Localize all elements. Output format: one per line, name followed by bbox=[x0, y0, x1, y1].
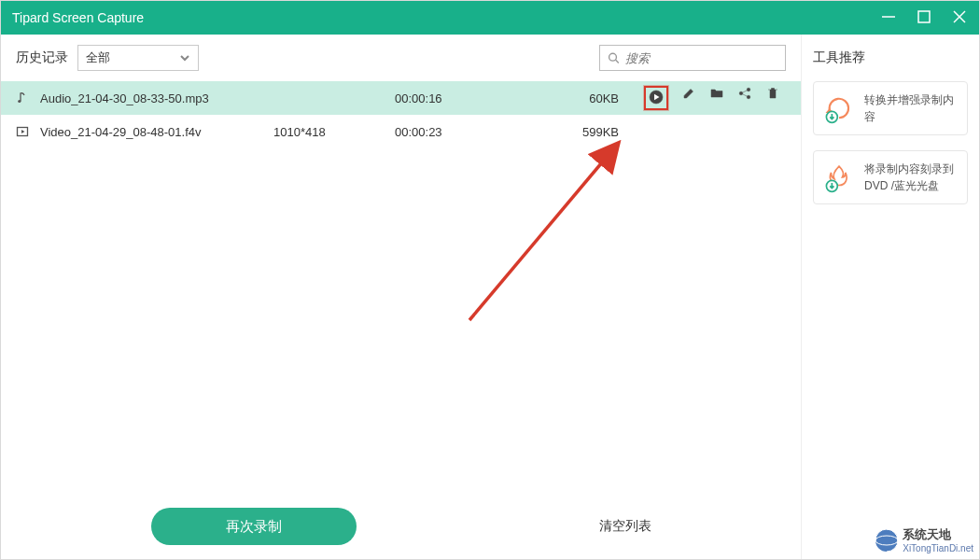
folder-icon[interactable] bbox=[709, 86, 724, 110]
svg-point-10 bbox=[739, 91, 743, 95]
video-file-icon bbox=[16, 125, 40, 138]
svg-rect-1 bbox=[918, 11, 930, 22]
record-again-button[interactable]: 再次录制 bbox=[151, 508, 357, 545]
music-note-icon bbox=[16, 91, 40, 105]
watermark: 系统天地 XiTongTianDi.net bbox=[875, 526, 973, 553]
recommend-text: 转换并增强录制内容 bbox=[864, 91, 958, 125]
file-size: 60KB bbox=[535, 91, 619, 105]
play-icon[interactable] bbox=[649, 90, 664, 107]
sidebar-title: 工具推荐 bbox=[813, 49, 968, 66]
convert-icon bbox=[823, 92, 855, 124]
recommend-card-burn[interactable]: 将录制内容刻录到DVD /蓝光光盘 bbox=[813, 150, 968, 204]
file-duration: 00:00:23 bbox=[395, 125, 535, 139]
recommend-card-convert[interactable]: 转换并增强录制内容 bbox=[813, 81, 968, 135]
file-name: Video_21-04-29_08-48-01.f4v bbox=[40, 125, 273, 139]
close-icon[interactable] bbox=[951, 8, 968, 28]
file-size: 599KB bbox=[535, 125, 619, 139]
history-label: 历史记录 bbox=[16, 49, 68, 66]
app-title: Tipard Screen Capture bbox=[12, 10, 144, 25]
watermark-title: 系统天地 bbox=[903, 526, 973, 543]
svg-line-14 bbox=[743, 94, 748, 96]
file-duration: 00:00:16 bbox=[395, 91, 535, 105]
file-name: Audio_21-04-30_08-33-50.mp3 bbox=[40, 91, 273, 105]
svg-line-13 bbox=[743, 91, 748, 92]
globe-icon bbox=[875, 528, 899, 553]
filter-value: 全部 bbox=[86, 49, 110, 66]
svg-point-12 bbox=[747, 95, 750, 99]
minimize-icon[interactable] bbox=[880, 8, 897, 28]
edit-icon[interactable] bbox=[681, 86, 696, 110]
watermark-sub: XiTongTianDi.net bbox=[903, 543, 973, 553]
history-list: Audio_21-04-30_08-33-50.mp3 00:00:16 60K… bbox=[1, 81, 801, 148]
footer: 再次录制 清空列表 bbox=[1, 494, 801, 559]
search-input-wrapper[interactable] bbox=[599, 45, 786, 71]
search-input[interactable] bbox=[625, 51, 777, 65]
svg-marker-18 bbox=[21, 130, 25, 133]
sidebar: 工具推荐 转换并增强录制内容 bbox=[802, 35, 979, 559]
file-resolution: 1010*418 bbox=[273, 125, 395, 139]
recommend-text: 将录制内容刻录到DVD /蓝光光盘 bbox=[864, 161, 958, 194]
main-panel: 历史记录 全部 Audio_21-04-30_08-33-50.mp3 bbox=[1, 35, 802, 559]
svg-point-6 bbox=[18, 100, 21, 103]
burn-icon bbox=[823, 161, 855, 193]
play-button-highlight bbox=[644, 86, 668, 110]
clear-list-link[interactable]: 清空列表 bbox=[599, 518, 651, 535]
list-item[interactable]: Video_21-04-29_08-48-01.f4v 1010*418 00:… bbox=[1, 115, 801, 148]
chevron-down-icon bbox=[179, 52, 190, 63]
svg-line-20 bbox=[469, 145, 617, 320]
share-icon[interactable] bbox=[737, 86, 752, 110]
toolbar: 历史记录 全部 bbox=[1, 35, 801, 81]
app-window: Tipard Screen Capture 历史记录 全部 bbox=[0, 0, 980, 560]
list-item[interactable]: Audio_21-04-30_08-33-50.mp3 00:00:16 60K… bbox=[1, 81, 801, 115]
search-icon bbox=[608, 51, 620, 64]
maximize-icon[interactable] bbox=[916, 8, 932, 28]
svg-point-4 bbox=[609, 53, 617, 61]
trash-icon[interactable] bbox=[765, 86, 780, 110]
svg-point-11 bbox=[747, 88, 750, 91]
filter-dropdown[interactable]: 全部 bbox=[77, 45, 199, 71]
titlebar[interactable]: Tipard Screen Capture bbox=[1, 1, 979, 35]
svg-line-5 bbox=[616, 60, 619, 63]
